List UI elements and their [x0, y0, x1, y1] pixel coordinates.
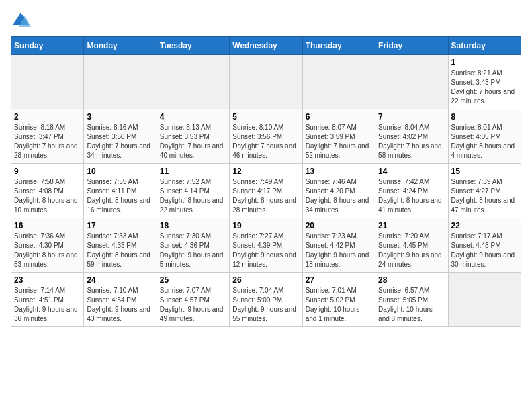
- calendar-cell: 18Sunrise: 7:30 AM Sunset: 4:36 PM Dayli…: [157, 218, 229, 273]
- day-info: Sunrise: 7:42 AM Sunset: 4:24 PM Dayligh…: [378, 177, 445, 215]
- week-row-1: 1Sunrise: 8:21 AM Sunset: 3:43 PM Daylig…: [11, 55, 521, 109]
- page-header: [11, 11, 521, 31]
- calendar-cell: 4Sunrise: 8:13 AM Sunset: 3:53 PM Daylig…: [157, 109, 229, 164]
- logo-icon: [11, 11, 31, 31]
- calendar-cell: 14Sunrise: 7:42 AM Sunset: 4:24 PM Dayli…: [375, 164, 448, 218]
- day-info: Sunrise: 8:13 AM Sunset: 3:53 PM Dayligh…: [160, 123, 226, 161]
- day-number: 6: [306, 112, 372, 122]
- logo: [11, 11, 34, 31]
- day-number: 10: [87, 167, 153, 176]
- day-number: 17: [87, 221, 153, 230]
- day-number: 11: [160, 167, 226, 176]
- day-info: Sunrise: 7:58 AM Sunset: 4:08 PM Dayligh…: [14, 177, 81, 215]
- day-number: 19: [232, 221, 299, 230]
- day-info: Sunrise: 7:07 AM Sunset: 4:57 PM Dayligh…: [160, 286, 226, 324]
- calendar-cell: [157, 55, 229, 109]
- calendar-cell: 16Sunrise: 7:36 AM Sunset: 4:30 PM Dayli…: [11, 218, 84, 273]
- weekday-header-saturday: Saturday: [448, 37, 521, 55]
- weekday-header-thursday: Thursday: [302, 37, 375, 55]
- weekday-header-tuesday: Tuesday: [157, 37, 229, 55]
- day-info: Sunrise: 7:52 AM Sunset: 4:14 PM Dayligh…: [160, 177, 226, 215]
- weekday-header-wednesday: Wednesday: [230, 37, 302, 55]
- calendar-cell: 10Sunrise: 7:55 AM Sunset: 4:11 PM Dayli…: [84, 164, 157, 218]
- calendar-cell: 26Sunrise: 7:04 AM Sunset: 5:00 PM Dayli…: [230, 273, 302, 327]
- day-info: Sunrise: 7:01 AM Sunset: 5:02 PM Dayligh…: [306, 286, 372, 324]
- calendar-cell: 28Sunrise: 6:57 AM Sunset: 5:05 PM Dayli…: [375, 273, 448, 327]
- calendar-cell: 25Sunrise: 7:07 AM Sunset: 4:57 PM Dayli…: [157, 273, 229, 327]
- day-info: Sunrise: 7:55 AM Sunset: 4:11 PM Dayligh…: [87, 177, 153, 215]
- day-info: Sunrise: 8:16 AM Sunset: 3:50 PM Dayligh…: [87, 123, 153, 161]
- day-info: Sunrise: 8:04 AM Sunset: 4:02 PM Dayligh…: [378, 123, 445, 161]
- calendar-cell: 21Sunrise: 7:20 AM Sunset: 4:45 PM Dayli…: [375, 218, 448, 273]
- day-number: 20: [306, 221, 372, 230]
- day-info: Sunrise: 7:49 AM Sunset: 4:17 PM Dayligh…: [232, 177, 299, 215]
- day-info: Sunrise: 7:46 AM Sunset: 4:20 PM Dayligh…: [306, 177, 372, 215]
- week-row-2: 2Sunrise: 8:18 AM Sunset: 3:47 PM Daylig…: [11, 109, 521, 164]
- day-number: 16: [14, 221, 81, 230]
- calendar-header: SundayMondayTuesdayWednesdayThursdayFrid…: [11, 37, 521, 55]
- weekday-header-monday: Monday: [84, 37, 157, 55]
- calendar-cell: 6Sunrise: 8:07 AM Sunset: 3:59 PM Daylig…: [302, 109, 375, 164]
- day-number: 24: [87, 275, 153, 285]
- weekday-header-sunday: Sunday: [11, 37, 84, 55]
- calendar-cell: 11Sunrise: 7:52 AM Sunset: 4:14 PM Dayli…: [157, 164, 229, 218]
- calendar-cell: 7Sunrise: 8:04 AM Sunset: 4:02 PM Daylig…: [375, 109, 448, 164]
- day-number: 27: [306, 275, 372, 285]
- calendar-body: 1Sunrise: 8:21 AM Sunset: 3:43 PM Daylig…: [11, 55, 521, 327]
- day-number: 28: [378, 275, 445, 285]
- day-number: 25: [160, 275, 226, 285]
- day-number: 12: [232, 167, 299, 176]
- day-info: Sunrise: 8:07 AM Sunset: 3:59 PM Dayligh…: [306, 123, 372, 161]
- day-info: Sunrise: 8:21 AM Sunset: 3:43 PM Dayligh…: [451, 68, 518, 106]
- week-row-4: 16Sunrise: 7:36 AM Sunset: 4:30 PM Dayli…: [11, 218, 521, 273]
- calendar-cell: 12Sunrise: 7:49 AM Sunset: 4:17 PM Dayli…: [230, 164, 302, 218]
- calendar-cell: [448, 273, 521, 327]
- day-info: Sunrise: 7:33 AM Sunset: 4:33 PM Dayligh…: [87, 232, 153, 269]
- day-info: Sunrise: 8:10 AM Sunset: 3:56 PM Dayligh…: [232, 123, 299, 161]
- calendar-cell: 22Sunrise: 7:17 AM Sunset: 4:48 PM Dayli…: [448, 218, 521, 273]
- calendar-cell: 24Sunrise: 7:10 AM Sunset: 4:54 PM Dayli…: [84, 273, 157, 327]
- day-number: 22: [451, 221, 518, 230]
- calendar-cell: 20Sunrise: 7:23 AM Sunset: 4:42 PM Dayli…: [302, 218, 375, 273]
- day-number: 1: [451, 58, 518, 67]
- calendar-cell: 13Sunrise: 7:46 AM Sunset: 4:20 PM Dayli…: [302, 164, 375, 218]
- calendar-table: SundayMondayTuesdayWednesdayThursdayFrid…: [11, 36, 521, 327]
- calendar-cell: 1Sunrise: 8:21 AM Sunset: 3:43 PM Daylig…: [448, 55, 521, 109]
- week-row-3: 9Sunrise: 7:58 AM Sunset: 4:08 PM Daylig…: [11, 164, 521, 218]
- day-info: Sunrise: 7:27 AM Sunset: 4:39 PM Dayligh…: [232, 232, 299, 269]
- calendar-cell: 9Sunrise: 7:58 AM Sunset: 4:08 PM Daylig…: [11, 164, 84, 218]
- day-info: Sunrise: 6:57 AM Sunset: 5:05 PM Dayligh…: [378, 286, 445, 324]
- calendar-cell: [230, 55, 302, 109]
- day-number: 9: [14, 167, 81, 176]
- day-number: 21: [378, 221, 445, 230]
- day-number: 4: [160, 112, 226, 122]
- calendar-cell: 15Sunrise: 7:39 AM Sunset: 4:27 PM Dayli…: [448, 164, 521, 218]
- day-number: 2: [14, 112, 81, 122]
- day-number: 18: [160, 221, 226, 230]
- calendar-cell: 2Sunrise: 8:18 AM Sunset: 3:47 PM Daylig…: [11, 109, 84, 164]
- day-info: Sunrise: 7:17 AM Sunset: 4:48 PM Dayligh…: [451, 232, 518, 269]
- day-info: Sunrise: 7:39 AM Sunset: 4:27 PM Dayligh…: [451, 177, 518, 215]
- calendar-cell: [11, 55, 84, 109]
- day-info: Sunrise: 8:18 AM Sunset: 3:47 PM Dayligh…: [14, 123, 81, 161]
- day-number: 23: [14, 275, 81, 285]
- calendar-cell: 17Sunrise: 7:33 AM Sunset: 4:33 PM Dayli…: [84, 218, 157, 273]
- calendar-cell: [84, 55, 157, 109]
- weekday-header-friday: Friday: [375, 37, 448, 55]
- calendar-cell: 23Sunrise: 7:14 AM Sunset: 4:51 PM Dayli…: [11, 273, 84, 327]
- weekday-header-row: SundayMondayTuesdayWednesdayThursdayFrid…: [11, 37, 521, 55]
- day-number: 5: [232, 112, 299, 122]
- calendar-cell: 19Sunrise: 7:27 AM Sunset: 4:39 PM Dayli…: [230, 218, 302, 273]
- calendar-cell: [302, 55, 375, 109]
- day-info: Sunrise: 7:14 AM Sunset: 4:51 PM Dayligh…: [14, 286, 81, 324]
- day-number: 26: [232, 275, 299, 285]
- day-info: Sunrise: 7:23 AM Sunset: 4:42 PM Dayligh…: [306, 232, 372, 269]
- day-info: Sunrise: 7:10 AM Sunset: 4:54 PM Dayligh…: [87, 286, 153, 324]
- day-number: 8: [451, 112, 518, 122]
- calendar-cell: 3Sunrise: 8:16 AM Sunset: 3:50 PM Daylig…: [84, 109, 157, 164]
- day-number: 15: [451, 167, 518, 176]
- day-number: 3: [87, 112, 153, 122]
- calendar-cell: 27Sunrise: 7:01 AM Sunset: 5:02 PM Dayli…: [302, 273, 375, 327]
- calendar-cell: 5Sunrise: 8:10 AM Sunset: 3:56 PM Daylig…: [230, 109, 302, 164]
- day-info: Sunrise: 7:04 AM Sunset: 5:00 PM Dayligh…: [232, 286, 299, 324]
